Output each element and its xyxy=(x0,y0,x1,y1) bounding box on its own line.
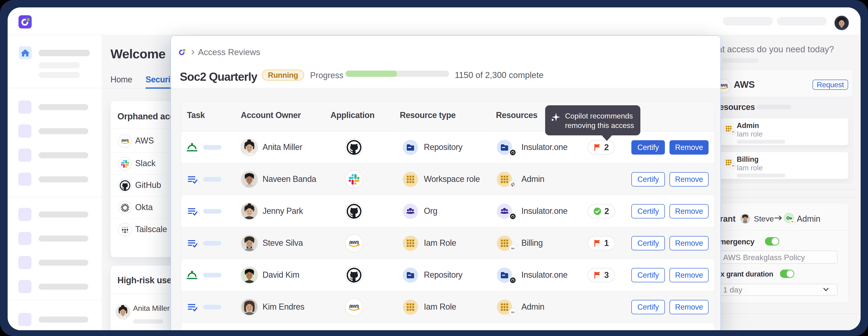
svg-text:aws: aws xyxy=(349,239,359,245)
svg-text:aws: aws xyxy=(349,303,359,309)
svg-text:aws: aws xyxy=(511,247,515,249)
svg-text:aws: aws xyxy=(732,131,734,132)
svg-text:aws: aws xyxy=(732,165,734,166)
svg-text:aws: aws xyxy=(121,138,129,143)
svg-text:aws: aws xyxy=(511,311,515,313)
svg-text:aws: aws xyxy=(792,221,794,222)
